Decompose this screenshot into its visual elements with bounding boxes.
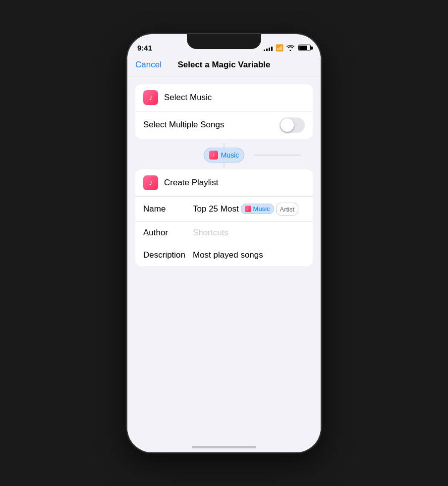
description-field-label: Description <box>143 250 193 260</box>
name-field-value: Top 25 Most ♪ Music Artist <box>193 203 305 216</box>
notch <box>187 34 261 49</box>
create-playlist-label: Create Playlist <box>164 178 219 188</box>
navigation-bar: Cancel Select a Magic Variable <box>127 56 321 76</box>
toggle-knob <box>280 118 294 132</box>
music-badge-icon: ♪ <box>209 151 218 160</box>
author-field-row[interactable]: Author Shortcuts <box>135 222 313 244</box>
status-time: 9:41 <box>137 44 152 52</box>
select-music-row[interactable]: ♪ Select Music <box>135 84 313 111</box>
artist-tag[interactable]: Artist <box>276 203 299 216</box>
name-field-row[interactable]: Name Top 25 Most ♪ Music Artist <box>135 197 313 222</box>
music-tag-icon: ♪ <box>245 206 251 212</box>
phone-frame: 9:41 📶 Cancel Select a Magic V <box>127 34 321 452</box>
signal-bars-icon <box>264 45 273 51</box>
create-playlist-header: ♪ Create Playlist <box>135 169 313 197</box>
create-playlist-icon: ♪ <box>143 175 158 190</box>
author-field-label: Author <box>143 228 193 238</box>
select-music-label: Select Music <box>164 93 305 103</box>
description-text: Most played songs <box>193 250 263 260</box>
select-multiple-songs-row: Select Multiple Songs <box>135 111 313 139</box>
page-title: Select a Magic Variable <box>177 60 270 70</box>
select-multiple-songs-label: Select Multiple Songs <box>143 120 280 130</box>
wifi-icon <box>286 45 294 51</box>
name-text: Top 25 Most <box>193 204 239 214</box>
magic-variable-bubble[interactable]: ♪ Music <box>204 148 245 162</box>
arrow-line <box>254 155 301 155</box>
description-field-value: Most played songs <box>193 250 305 260</box>
main-content: ♪ Select Music Select Multiple Songs ♪ <box>127 76 321 274</box>
magic-variable-container: ♪ Music <box>127 143 321 167</box>
select-multiple-toggle[interactable] <box>280 117 305 133</box>
screen-content: Cancel Select a Magic Variable ♪ Select … <box>127 56 321 452</box>
author-field-value: Shortcuts <box>193 228 305 238</box>
home-indicator <box>192 446 256 448</box>
create-playlist-card: ♪ Create Playlist Name Top 25 Most ♪ Mus… <box>135 169 313 266</box>
cancel-button[interactable]: Cancel <box>135 60 162 70</box>
magic-bubble-label: Music <box>221 151 239 159</box>
author-placeholder: Shortcuts <box>193 228 228 238</box>
select-music-card: ♪ Select Music Select Multiple Songs <box>135 84 313 139</box>
artist-tag-label: Artist <box>280 206 295 213</box>
description-field-row[interactable]: Description Most played songs <box>135 244 313 266</box>
wifi-icon: 📶 <box>276 44 283 52</box>
music-tag-label: Music <box>253 205 270 213</box>
name-field-label: Name <box>143 204 193 214</box>
battery-icon <box>298 45 311 51</box>
music-icon: ♪ <box>143 90 158 105</box>
status-icons: 📶 <box>264 44 311 52</box>
music-inline-tag[interactable]: ♪ Music <box>241 204 274 214</box>
